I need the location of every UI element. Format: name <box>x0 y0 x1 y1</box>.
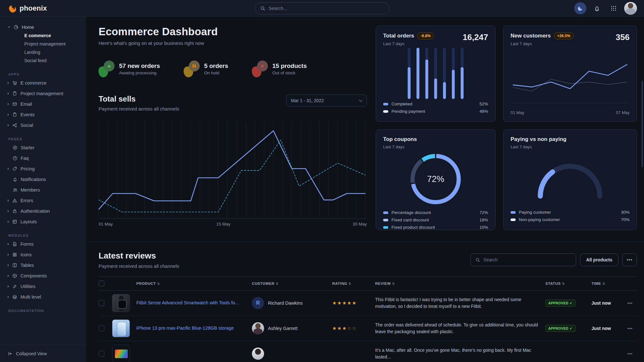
legend-item: Non-paying customer70% <box>511 216 630 223</box>
product-link[interactable]: iPhone 13 pro max-Pacific Blue-128GB sto… <box>136 325 247 332</box>
row-more-button[interactable]: ••• <box>627 326 637 331</box>
column-header-review[interactable]: REVIEW⇅ <box>375 282 540 285</box>
sidebar-item-errors[interactable]: Errors <box>8 196 80 205</box>
customer-cell[interactable]: Ashley Garrett <box>252 322 327 334</box>
sidebar-subitem-project-management[interactable]: Project management <box>8 40 80 48</box>
legend-swatch <box>511 218 516 221</box>
legend-item: Completed52% <box>383 100 488 108</box>
customer-cell[interactable]: RRichard Dawkins <box>252 297 327 309</box>
legend-item: Fixed card discount18% <box>383 216 488 224</box>
legend-item: Pending payment48% <box>383 108 488 115</box>
sidebar-item-label: Layouts <box>20 219 37 224</box>
topbar-actions <box>574 2 637 15</box>
sidebar-item-project-management[interactable]: Project management <box>8 89 80 98</box>
search-icon <box>260 6 265 11</box>
new-customers-line-chart <box>511 50 630 104</box>
grid-menu-icon <box>611 5 616 11</box>
sidebar-item-starter[interactable]: Starter <box>8 144 80 152</box>
sidebar-item-members[interactable]: Members <box>8 186 80 194</box>
legend-label: Fixed product discount <box>391 225 435 230</box>
reviews-more-button[interactable]: ••• <box>622 253 637 266</box>
customer-cell[interactable] <box>252 348 327 360</box>
row-checkbox[interactable] <box>99 325 104 331</box>
theme-toggle-button[interactable] <box>574 2 586 14</box>
reviews-search-input[interactable] <box>483 257 571 262</box>
sidebar-item-label: Pricing <box>20 166 35 171</box>
clipboard-icon <box>12 91 17 96</box>
sidebar-section-label: DOCUMENTATION <box>8 309 80 313</box>
sidebar-item-e-commerce[interactable]: E commerce <box>8 79 80 87</box>
select-all-checkbox[interactable] <box>99 281 104 286</box>
sidebar-item-utilities[interactable]: Utilities <box>8 282 80 291</box>
new-customers-title: New customers <box>511 33 551 39</box>
user-avatar[interactable] <box>624 2 637 15</box>
collapse-label: Collapsed View <box>16 351 47 356</box>
reviews-table-header: PRODUCT⇅CUSTOMER⇅RATING⇅REVIEW⇅STATUS⇅TI… <box>99 276 637 291</box>
total-sells-chart <box>99 120 366 219</box>
reviews-table-body: Fitbit Sense Advanced Smartwatch with To… <box>99 291 637 362</box>
status-badge: APPROVED ✓ <box>545 300 576 307</box>
sidebar-item-multi-level[interactable]: Multi level <box>8 293 80 301</box>
sidebar-item-authentication[interactable]: Authentication <box>8 207 80 215</box>
collapse-sidebar-button[interactable]: Collapsed View <box>0 345 85 362</box>
tool-icon <box>12 284 17 289</box>
legend-label: Pending payment <box>391 109 425 114</box>
scrollbar[interactable] <box>641 81 643 167</box>
apps-menu-button[interactable] <box>608 2 620 14</box>
sidebar-item-pricing[interactable]: Pricing <box>8 165 80 173</box>
row-more-button[interactable]: ••• <box>627 301 637 306</box>
sidebar-item-forms[interactable]: Forms <box>8 240 80 248</box>
reviews-search[interactable] <box>471 253 576 266</box>
axis-label-right: 07 May <box>616 110 630 115</box>
sidebar-item-tables[interactable]: Tables <box>8 261 80 269</box>
sidebar-item-label: Starter <box>21 145 35 150</box>
date-range-select[interactable]: Mar 1 - 31, 2022 <box>286 95 367 107</box>
column-header-product[interactable]: PRODUCT⇅ <box>136 282 247 285</box>
sidebar-subitem-e-commerce[interactable]: E commerce <box>8 31 80 40</box>
sidebar-item-events[interactable]: Events <box>8 111 80 119</box>
search-input[interactable] <box>269 6 384 11</box>
sidebar-item-label: Errors <box>20 198 33 203</box>
sidebar-item-icons[interactable]: Icons <box>8 251 80 259</box>
layout-icon <box>12 219 17 224</box>
column-header-status[interactable]: STATUS⇅ <box>545 282 586 285</box>
legend-item: Fixed product discount10% <box>383 224 488 231</box>
legend-item: Paying customer30% <box>511 209 630 216</box>
review-text: This Fitbit is fantastic! I was trying t… <box>375 296 540 310</box>
row-more-button[interactable]: ••• <box>627 351 637 356</box>
customer-avatar <box>252 322 264 334</box>
notifications-button[interactable] <box>591 2 603 14</box>
phoenix-logo-icon <box>7 4 17 13</box>
all-products-button[interactable]: All products <box>580 253 618 266</box>
column-header-time[interactable]: TIME⇅ <box>592 282 622 285</box>
rating-stars: ★★★☆☆ <box>332 325 370 331</box>
stat-subtitle: Awating processing <box>119 70 160 75</box>
total-orders-badge: -6.8% <box>417 32 434 39</box>
legend-value: 10% <box>479 225 488 230</box>
brand[interactable]: phoenix <box>7 4 47 13</box>
bubble-shape: ★ <box>104 61 115 71</box>
page-title: Ecommerce Dashboard <box>99 26 367 38</box>
sidebar-section-label: APPS <box>8 72 80 76</box>
sidebar-item-social[interactable]: Social <box>8 121 80 129</box>
sidebar-item-label: Forms <box>20 242 34 247</box>
sidebar-item-notifications[interactable]: Notifications <box>8 175 80 184</box>
sidebar-subitem-landing[interactable]: Landing <box>8 48 80 56</box>
sidebar-item-faq[interactable]: Faq <box>8 154 80 162</box>
global-search[interactable] <box>255 2 389 14</box>
sidebar-item-layouts[interactable]: Layouts <box>8 218 80 226</box>
new-customers-axis-labels: 01 May 07 May <box>511 110 630 115</box>
caret-right-icon <box>8 243 9 245</box>
row-checkbox[interactable] <box>99 300 104 306</box>
sidebar-item-home[interactable]: Home <box>8 23 80 31</box>
product-link[interactable]: Fitbit Sense Advanced Smartwatch with To… <box>136 300 247 306</box>
dashboard-left-column: Ecommerce Dashboard Here's what's going … <box>99 26 367 230</box>
legend-swatch <box>383 211 388 214</box>
axis-label-left: 01 May <box>511 110 524 115</box>
sidebar-item-components[interactable]: Components <box>8 272 80 280</box>
column-header-customer[interactable]: CUSTOMER⇅ <box>252 282 327 285</box>
sidebar-subitem-social-feed[interactable]: Social feed <box>8 56 80 65</box>
row-checkbox[interactable] <box>99 351 104 357</box>
sidebar-item-email[interactable]: Email <box>8 100 80 108</box>
column-header-rating[interactable]: RATING⇅ <box>332 282 370 285</box>
